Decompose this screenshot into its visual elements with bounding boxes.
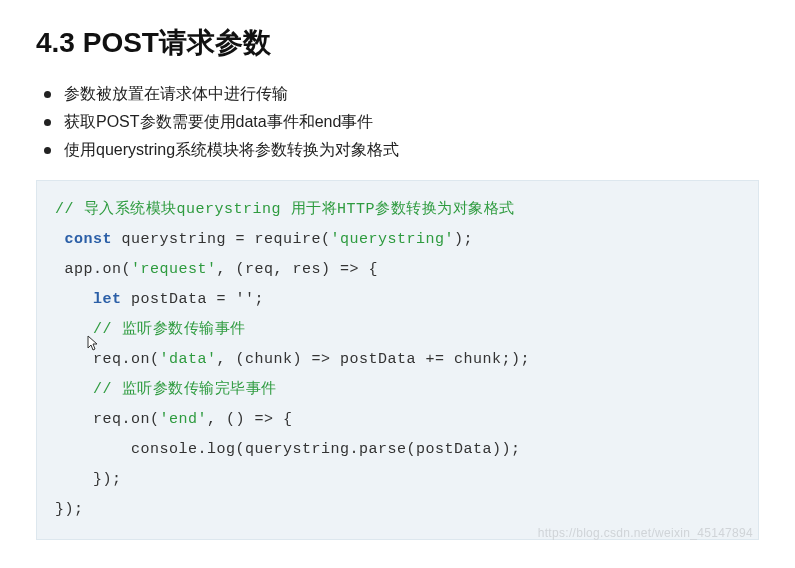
code-text: req.on( — [55, 411, 160, 428]
code-text: , () => { — [207, 411, 293, 428]
code-text: }); — [55, 501, 84, 518]
code-text: , (req, res) => { — [217, 261, 379, 278]
code-text: querystring = require( — [112, 231, 331, 248]
code-string: 'request' — [131, 261, 217, 278]
code-text: app.on( — [65, 261, 132, 278]
code-text: req.on( — [55, 351, 160, 368]
section-heading: 4.3 POST请求参数 — [36, 24, 759, 62]
code-text: }); — [55, 471, 122, 488]
watermark-text: https://blog.csdn.net/weixin_45147894 — [36, 526, 753, 540]
code-text: , (chunk) => postData += chunk;); — [217, 351, 531, 368]
code-text: postData = ''; — [122, 291, 265, 308]
code-comment: // 导入系统模块querystring 用于将HTTP参数转换为对象格式 — [55, 201, 515, 218]
code-comment: // 监听参数传输完毕事件 — [93, 381, 277, 398]
code-comment: // 监听参数传输事件 — [93, 321, 246, 338]
code-indent — [55, 381, 93, 398]
code-keyword: const — [65, 231, 113, 248]
bullet-list: 参数被放置在请求体中进行传输 获取POST参数需要使用data事件和end事件 … — [44, 80, 759, 164]
list-item: 获取POST参数需要使用data事件和end事件 — [44, 108, 759, 136]
code-string: 'data' — [160, 351, 217, 368]
code-string: 'querystring' — [331, 231, 455, 248]
code-keyword: let — [93, 291, 122, 308]
list-item: 使用querystring系统模块将参数转换为对象格式 — [44, 136, 759, 164]
list-item: 参数被放置在请求体中进行传输 — [44, 80, 759, 108]
code-string: 'end' — [160, 411, 208, 428]
code-text: ); — [454, 231, 473, 248]
code-text: console.log(querystring.parse(postData))… — [55, 441, 521, 458]
code-block: // 导入系统模块querystring 用于将HTTP参数转换为对象格式 co… — [36, 180, 759, 540]
code-indent — [55, 291, 93, 308]
